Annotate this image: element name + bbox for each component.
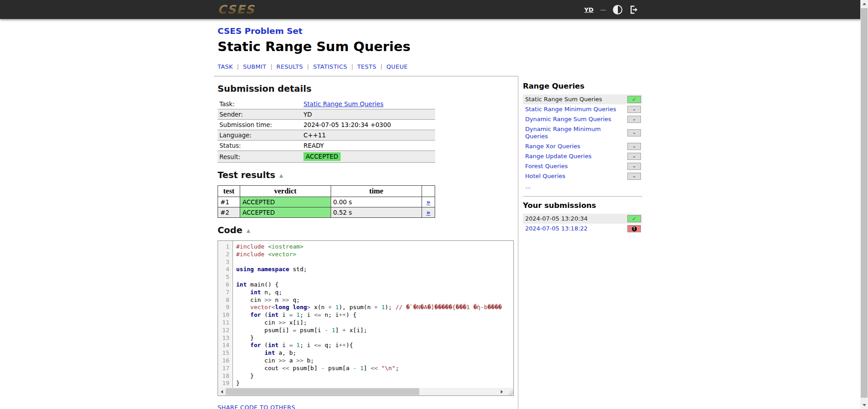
test-row-2: #2ACCEPTED0.52 s» — [218, 207, 435, 218]
sidebar-item-label[interactable]: Range Update Queries — [525, 153, 618, 160]
line-content: cin >> a >> b; — [236, 357, 314, 364]
line-content: using namespace std; — [236, 266, 307, 273]
score-box-none: - — [627, 163, 641, 170]
details-label: Language: — [218, 130, 302, 141]
test-detail-link[interactable]: » — [426, 209, 430, 216]
code-line: 1#include <iostream> — [218, 243, 513, 251]
nav-separator: | — [380, 63, 382, 70]
sidebar-item-label[interactable]: Forest Queries — [525, 163, 618, 170]
tests-col-time: time — [331, 186, 422, 197]
line-number: 10 — [218, 311, 233, 319]
breadcrumb[interactable]: CSES Problem Set — [218, 26, 303, 36]
scroll-up-arrow-icon[interactable] — [860, 0, 868, 8]
sidebar-divider — [523, 196, 642, 197]
sidebar-item-label[interactable]: Dynamic Range Sum Queries — [525, 116, 618, 123]
code-scrollbar-thumb[interactable] — [226, 388, 419, 395]
code-heading: Code — [218, 225, 242, 235]
logout-icon[interactable] — [629, 5, 639, 14]
collapse-icon[interactable]: ▲ — [280, 173, 283, 179]
line-content: } — [236, 334, 254, 341]
task-list: Static Range Sum Queries✓Static Range Mi… — [523, 94, 642, 181]
sidebar-heading-range-queries: Range Queries — [523, 82, 642, 90]
line-number: 7 — [218, 289, 233, 296]
line-number: 16 — [218, 357, 233, 365]
code-line: 3 — [218, 259, 513, 266]
test-row-1: #1ACCEPTED0.00 s» — [218, 197, 435, 207]
line-content: cin >> x[i]; — [236, 319, 307, 326]
page-scrollbar[interactable] — [860, 0, 868, 409]
line-content: for (int i = 1; i <= q; i++){ — [236, 342, 353, 348]
sidebar-item-label[interactable]: Hotel Queries — [525, 173, 618, 180]
error-icon: ! — [632, 226, 637, 231]
test-detail-link[interactable]: » — [426, 198, 430, 206]
line-content: vector<long long> x(n + 1), psum(n + 1);… — [236, 304, 502, 310]
check-icon: ✓ — [632, 216, 636, 221]
sidebar-item-label[interactable]: Range Xor Queries — [525, 143, 618, 150]
nav-item-results[interactable]: RESULTS — [276, 63, 303, 70]
nav-item-statistics[interactable]: STATISTICS — [313, 63, 347, 70]
task-link[interactable]: Static Range Sum Queries — [304, 100, 384, 108]
share-code-link[interactable]: SHARE CODE TO OTHERS — [218, 404, 295, 409]
nav-item-queue[interactable]: QUEUE — [386, 63, 408, 70]
code-line: 2#include <vector> — [218, 251, 513, 259]
more-tasks-link[interactable]: ... — [523, 181, 642, 191]
scroll-right-arrow-icon[interactable] — [498, 388, 506, 395]
code-line: 4using namespace std; — [218, 266, 513, 273]
minus-icon: - — [633, 117, 636, 122]
submission-list: 2024-07-05 13:20:34✓2024-07-05 13:18:22! — [523, 214, 642, 234]
scroll-down-arrow-icon[interactable] — [860, 401, 868, 409]
score-box-none: - — [627, 173, 641, 180]
line-content: #include <vector> — [236, 251, 296, 258]
details-label: Task: — [218, 99, 302, 109]
code-line: 10 for (int i = 1; i <= n; i++) { — [218, 311, 513, 319]
sidebar: Range Queries Static Range Sum Queries✓S… — [518, 76, 642, 409]
line-content: psum[i] = psum[i - 1] + x[i]; — [236, 327, 367, 334]
line-content: #include <iostream> — [236, 243, 304, 250]
code-line: 17 cout << psum[b] - psum[a - 1] << "\n"… — [218, 365, 513, 372]
nav-separator: | — [351, 63, 353, 70]
separator-dash: — — [600, 6, 606, 13]
test-verdict: ACCEPTED — [240, 197, 331, 207]
tests-col-test: test — [218, 186, 240, 197]
nav-item-task[interactable]: TASK — [218, 63, 233, 70]
submission-item-label: 2024-07-05 13:20:34 — [525, 215, 618, 222]
score-box-none: - — [627, 106, 641, 113]
test-verdict: ACCEPTED — [240, 207, 331, 218]
sidebar-item-static-range-minimum-queries: Static Range Minimum Queries- — [523, 104, 642, 114]
details-value: READY — [302, 141, 435, 151]
score-box-none: - — [627, 143, 641, 150]
line-content: for (int i = 1; i <= n; i++) { — [236, 311, 356, 318]
collapse-icon[interactable]: ▲ — [247, 228, 250, 234]
minus-icon: - — [633, 131, 636, 136]
submission-item-label[interactable]: 2024-07-05 13:18:22 — [525, 225, 618, 232]
details-label: Status: — [218, 141, 302, 151]
tests-col-verdict: verdict — [240, 186, 331, 197]
page-header: CSES Problem Set Static Range Sum Querie… — [214, 19, 518, 76]
sidebar-item-range-xor-queries: Range Xor Queries- — [523, 141, 642, 151]
code-horizontal-scrollbar[interactable] — [218, 388, 513, 395]
task-nav: TASK|SUBMIT|RESULTS|STATISTICS|TESTS|QUE… — [218, 63, 514, 76]
score-box-none: - — [627, 116, 641, 123]
page-scrollbar-thumb[interactable] — [861, 8, 868, 398]
user-link[interactable]: YD — [584, 6, 593, 13]
contrast-toggle-icon[interactable] — [613, 5, 622, 14]
submission-item-2024-07-05-13-20-34: 2024-07-05 13:20:34✓ — [523, 214, 642, 224]
code-line: 9 vector<long long> x(n + 1), psum(n + 1… — [218, 304, 513, 311]
scroll-left-arrow-icon[interactable] — [218, 388, 226, 395]
nav-separator: | — [307, 63, 309, 70]
nav-item-submit[interactable]: SUBMIT — [243, 63, 266, 70]
code-line: 12 psum[i] = psum[i - 1] + x[i]; — [218, 327, 513, 334]
score-box-none: - — [627, 153, 641, 160]
cses-logo[interactable]: CSES — [218, 3, 255, 16]
code-line: 7 int n, q; — [218, 289, 513, 296]
details-row-submission-time: Submission time:2024-07-05 13:20:34 +030… — [218, 120, 435, 130]
line-number: 19 — [218, 380, 233, 387]
details-row-result: Result:ACCEPTED — [218, 151, 435, 163]
sidebar-item-label[interactable]: Dynamic Range Minimum Queries — [525, 126, 618, 140]
nav-item-tests[interactable]: TESTS — [357, 63, 376, 70]
sidebar-item-label[interactable]: Static Range Minimum Queries — [525, 106, 618, 113]
line-content: cout << psum[b] - psum[a - 1] << "\n"; — [236, 365, 399, 371]
score-box-pass: ✓ — [627, 96, 641, 103]
submission-details-heading: Submission details — [218, 84, 514, 94]
details-value: ACCEPTED — [302, 151, 435, 163]
